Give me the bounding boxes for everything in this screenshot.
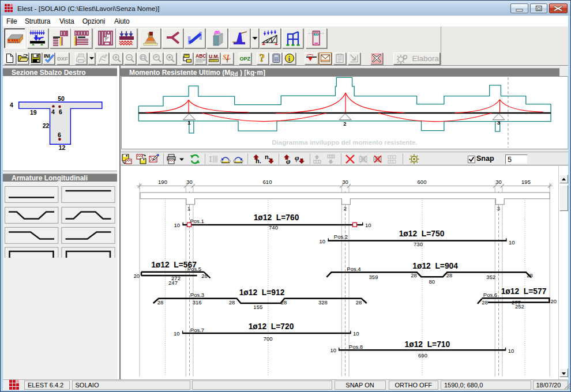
svg-text:28: 28 [527,272,533,278]
svg-text:INI: INI [44,53,50,59]
svg-text:12: 12 [59,144,66,151]
svg-text:1ø12 L=710: 1ø12 L=710 [404,340,450,349]
svg-text:4: 4 [10,101,13,108]
svg-text:700: 700 [263,336,272,342]
svg-text:610: 610 [262,179,272,185]
svg-text:28: 28 [411,272,417,278]
svg-text:1ø12 L=750: 1ø12 L=750 [399,229,444,238]
svg-text:Pos.5: Pos.5 [187,266,201,272]
svg-text:352: 352 [486,274,495,280]
svg-text:30: 30 [495,179,502,185]
svg-text:1ø12 L=760: 1ø12 L=760 [253,213,299,222]
svg-text:3: 3 [497,205,499,212]
svg-text:1ø12 L=577: 1ø12 L=577 [501,287,546,296]
svg-text:Pos.8: Pos.8 [348,344,362,350]
svg-text:28: 28 [280,299,287,306]
svg-text:10: 10 [173,330,179,337]
svg-text:10: 10 [330,347,336,353]
svg-text:1ø12 L=904: 1ø12 L=904 [412,262,458,270]
svg-text:19: 19 [30,109,37,116]
svg-text:?: ? [260,53,265,64]
svg-text:28: 28 [157,299,163,306]
svg-text:3: 3 [497,119,499,126]
svg-text:Diagramma inviluppo del moment: Diagramma inviluppo del momento resisten… [272,139,417,146]
svg-text:316: 316 [192,299,201,306]
svg-text:30: 30 [186,179,193,185]
svg-text:1: 1 [187,205,190,212]
svg-text:359: 359 [369,274,378,280]
svg-text:n.: n. [256,157,261,164]
svg-text:φ: φ [295,154,299,162]
svg-text:10: 10 [509,239,515,246]
svg-text:φ: φ [286,157,291,164]
svg-text:6: 6 [58,131,61,138]
svg-text:328: 328 [318,299,327,306]
svg-text:28: 28 [228,299,235,306]
svg-text:20: 20 [133,273,140,279]
svg-text:22: 22 [43,122,50,129]
svg-text:80: 80 [429,278,435,285]
svg-text:30: 30 [342,179,348,185]
svg-text:Pos.4: Pos.4 [347,266,360,272]
svg-text:n.: n. [265,154,271,160]
svg-text:Pos.2: Pos.2 [333,233,347,240]
svg-text:ABC: ABC [196,54,206,59]
svg-text:252: 252 [514,303,524,310]
svg-text:4: 4 [51,108,55,115]
svg-text:28: 28 [446,272,452,278]
svg-text:Pos.1: Pos.1 [190,218,204,224]
svg-text:OPZ: OPZ [239,56,250,62]
svg-text:1ø12 L=720: 1ø12 L=720 [248,322,294,331]
svg-text:28: 28 [355,299,362,306]
svg-text:1: 1 [187,119,191,126]
svg-text:10: 10 [365,222,371,228]
svg-text:DXF: DXF [57,55,68,62]
svg-text:2: 2 [343,205,346,212]
svg-text:10: 10 [508,348,514,354]
svg-text:195: 195 [521,179,531,185]
svg-text:190: 190 [158,179,167,185]
svg-text:Pos.6: Pos.6 [483,292,497,298]
svg-text:10: 10 [353,330,359,337]
svg-text:600: 600 [417,179,426,185]
svg-text:U.M.: U.M. [209,54,219,59]
svg-text:Pos.7: Pos.7 [190,327,204,333]
svg-text:20: 20 [550,298,557,304]
svg-text:247: 247 [168,280,178,286]
svg-text:690: 690 [418,352,427,359]
svg-text:155: 155 [253,304,262,310]
svg-text:50: 50 [58,95,65,102]
svg-text:740: 740 [269,224,278,231]
svg-text:2: 2 [343,120,346,127]
svg-text:10: 10 [319,238,325,244]
svg-text:730: 730 [414,241,423,247]
svg-text:10: 10 [174,222,180,228]
svg-text:Pos.3: Pos.3 [190,292,204,298]
svg-text:28: 28 [201,273,208,279]
svg-text:1ø12 L=912: 1ø12 L=912 [239,288,284,297]
svg-text:28: 28 [482,299,488,306]
svg-text:6: 6 [59,108,62,115]
